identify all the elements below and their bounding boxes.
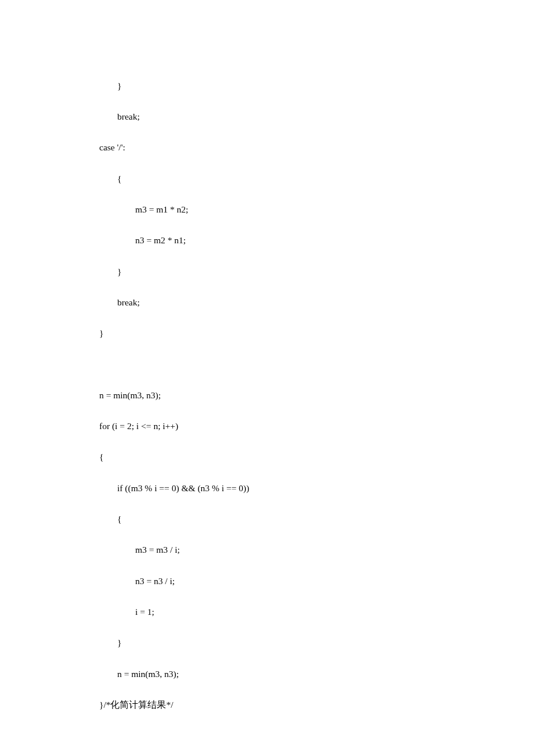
code-line: }/*化简计算结果*/ — [81, 697, 534, 713]
code-line: case '/': — [81, 140, 534, 156]
code-line: n3 = m2 * n1; — [81, 233, 534, 249]
code-line: } — [81, 264, 534, 280]
code-line: i = 1; — [81, 604, 534, 620]
code-line: for (i = 2; i <= n; i++) — [81, 419, 534, 434]
blank-line — [81, 357, 534, 372]
code-line: break; — [81, 295, 534, 311]
code-line: } — [81, 635, 534, 651]
code-line: { — [81, 171, 534, 187]
code-line: n = min(m3, n3); — [81, 388, 534, 404]
code-line: m3 = m3 / i; — [81, 542, 534, 558]
code-line: break; — [81, 109, 534, 125]
code-block: } break; case '/': { m3 = m1 * n2; n3 = … — [81, 63, 534, 756]
code-line: m3 = m1 * n2; — [81, 202, 534, 218]
code-line: } — [81, 326, 534, 341]
code-line: } — [81, 78, 534, 94]
code-line: if ((m3 % i == 0) && (n3 % i == 0)) — [81, 481, 534, 496]
code-line: n3 = n3 / i; — [81, 574, 534, 589]
code-line: n = min(m3, n3); — [81, 667, 534, 682]
code-line: { — [81, 512, 534, 527]
code-line: { — [81, 449, 534, 465]
blank-line — [81, 728, 534, 744]
